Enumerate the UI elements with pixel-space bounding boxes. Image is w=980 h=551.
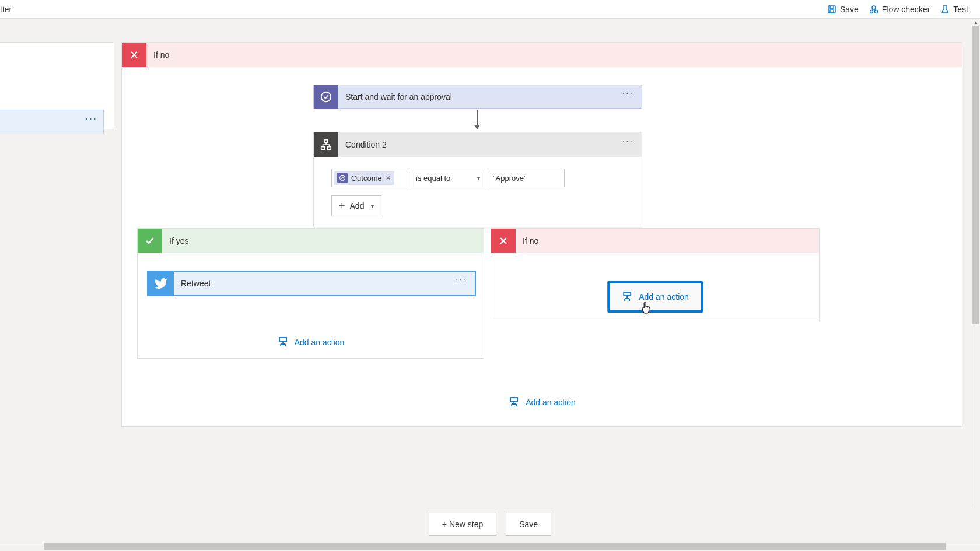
svg-rect-12 [510,398,517,401]
save-label: Save [840,5,859,14]
if-no-branch: If no Add an action [491,228,820,321]
footer-toolbar: + New step Save [0,507,980,542]
svg-point-2 [872,6,876,9]
ellipsis-icon[interactable]: ··· [85,116,97,128]
add-action-no-label: Add an action [639,292,689,301]
footer-save-label: Save [519,520,538,529]
save-button[interactable]: Save [827,5,859,14]
condition-left-field[interactable]: Outcome ✕ [331,169,408,187]
svg-point-3 [870,10,873,13]
scrollbar-up-icon[interactable]: ▲ [971,19,980,26]
operator-label: is equal to [416,174,450,183]
page-title-fragment: tter [0,5,12,14]
svg-rect-11 [624,292,631,296]
token-label: Outcome [351,174,382,183]
if-no-label: If no [523,236,538,245]
condition-row: Outcome ✕ is equal to ▾ "Approve" [331,169,624,187]
svg-point-5 [321,92,331,102]
test-label: Test [953,5,968,14]
test-button[interactable]: Test [940,5,968,14]
if-no-header[interactable]: If no [491,229,819,253]
plus-icon: + [339,200,345,212]
chevron-down-icon: ▾ [477,175,480,181]
if-yes-header[interactable]: If yes [138,229,484,253]
left-partial-branch: ··· [0,42,114,129]
add-action-yes-button[interactable]: Add an action [277,337,345,348]
svg-rect-0 [828,6,835,13]
condition-title: Condition 2 [345,140,607,149]
approval-token-icon [337,173,348,183]
svg-rect-10 [279,338,286,341]
add-action-bottom-button[interactable]: Add an action [508,397,576,408]
footer-save-button[interactable]: Save [506,513,551,536]
add-label: Add [350,201,365,210]
add-action-icon [508,397,520,408]
operator-select[interactable]: is equal to ▾ [411,169,485,187]
retweet-action-card[interactable]: Retweet ··· [147,271,476,296]
chevron-down-icon: ▾ [371,203,374,209]
add-action-icon [621,292,633,302]
add-action-bottom-label: Add an action [526,398,576,407]
svg-rect-1 [830,10,834,13]
approval-action-card[interactable]: Start and wait for an approval ··· [313,85,642,109]
flow-checker-icon [869,5,878,14]
svg-rect-8 [328,147,331,150]
vertical-scrollbar[interactable]: ▲ [971,19,980,516]
ellipsis-icon[interactable]: ··· [614,92,642,101]
check-icon [138,229,162,253]
twitter-icon [148,272,174,295]
top-actions: Save Flow checker Test [827,5,975,14]
svg-rect-6 [324,140,328,143]
horizontal-scrollbar[interactable] [0,542,980,551]
retweet-title: Retweet [181,279,440,288]
add-action-yes-label: Add an action [295,338,345,347]
top-toolbar: tter Save Flow checker Test [0,0,980,19]
outer-if-no-branch: If no Start and wait for an approval ···… [121,42,963,427]
test-icon [940,5,950,14]
cursor-icon [640,301,652,315]
if-yes-branch: If yes Retweet ··· Add an action [137,228,484,359]
approval-icon [314,85,338,109]
value-text: "Approve" [493,174,527,183]
flow-arrow-icon [477,110,478,129]
new-step-label: + New step [442,520,483,529]
new-step-button[interactable]: + New step [429,513,496,536]
condition-icon [314,132,338,157]
save-icon [827,5,836,14]
flow-checker-label: Flow checker [882,5,930,14]
condition-body: Outcome ✕ is equal to ▾ "Approve" + Add [314,157,642,227]
close-icon [491,229,516,253]
add-action-icon [277,337,289,348]
if-yes-label: If yes [169,236,188,245]
scrollbar-thumb[interactable] [44,543,946,550]
condition-header[interactable]: Condition 2 ··· [314,132,642,157]
svg-rect-7 [321,147,325,150]
ellipsis-icon[interactable]: ··· [447,279,475,288]
flow-checker-button[interactable]: Flow checker [869,5,930,14]
ellipsis-icon[interactable]: ··· [614,140,642,149]
add-condition-button[interactable]: + Add ▾ [331,195,382,216]
flow-canvas[interactable]: ··· If no Start and wait for an approval… [0,19,980,516]
outcome-token[interactable]: Outcome ✕ [334,171,394,185]
outer-if-no-header[interactable]: If no [122,43,962,67]
condition-value-input[interactable]: "Approve" [488,169,565,187]
add-action-no-button[interactable]: Add an action [607,281,703,313]
close-icon [122,43,146,67]
svg-point-4 [874,10,877,13]
approval-card-title: Start and wait for an approval [345,92,607,101]
left-partial-action-card[interactable]: ··· [0,110,104,134]
outer-if-no-label: If no [153,50,169,59]
condition-card[interactable]: Condition 2 ··· Outcome ✕ [313,132,642,227]
scrollbar-thumb[interactable] [972,26,979,324]
token-remove-icon[interactable]: ✕ [386,174,391,182]
